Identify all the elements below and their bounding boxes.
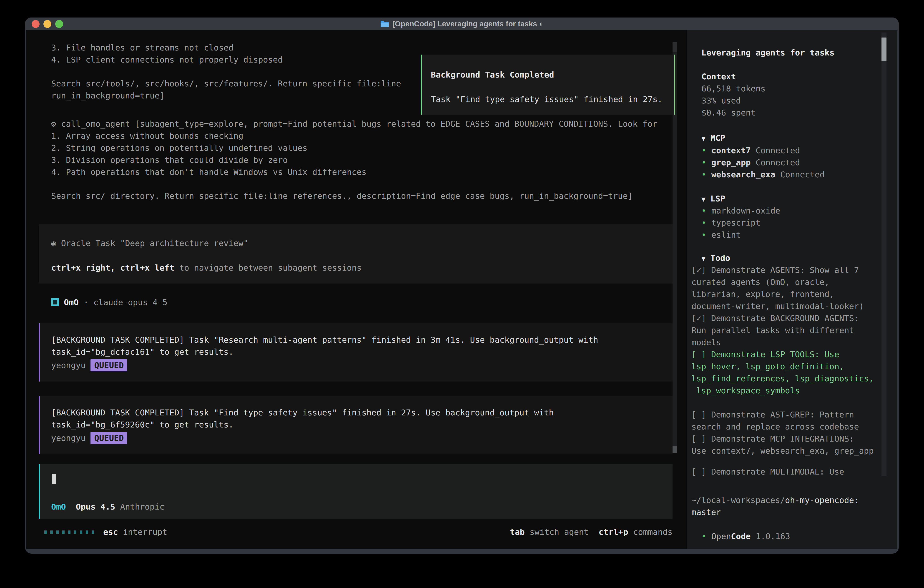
- oracle-task-panel: ◉ Oracle Task "Deep architecture review"…: [39, 224, 673, 284]
- todo-item: [✓] Demonstrate AGENTS: Show all 7 curat…: [691, 264, 864, 312]
- workspace-branch: master: [691, 506, 721, 518]
- main-scrollbar-top-segment[interactable]: [673, 42, 676, 52]
- todo-item: [ ] Demonstrate MCP INTEGRATIONS: Use co…: [691, 433, 874, 457]
- collapse-triangle-icon: ▼: [701, 195, 706, 203]
- status-dot-icon: •: [701, 218, 706, 227]
- collapse-triangle-icon: ▼: [701, 254, 706, 263]
- message-text: [BACKGROUND TASK COMPLETED] Task "Find t…: [51, 406, 554, 431]
- gear-icon: ⚙: [51, 119, 56, 129]
- status-dot-icon: •: [701, 146, 706, 155]
- status-dot-icon: •: [701, 158, 706, 167]
- workspace-path-prefix: ~/local-workspaces/: [691, 496, 785, 505]
- tool-call-text: call_omo_agent [subagent_type=explore, p…: [61, 119, 657, 129]
- lsp-heading: LSP: [711, 194, 725, 203]
- message-text: [BACKGROUND TASK COMPLETED] Task "Resear…: [51, 334, 598, 358]
- todo-heading: Todo: [711, 253, 730, 263]
- version-row: • OpenCode 1.0.163: [701, 530, 790, 542]
- shortcut-description: to navigate between subagent sessions: [174, 263, 362, 273]
- oracle-bullet-icon: ◉: [51, 238, 56, 248]
- tool-call-line: ⚙ call_omo_agent [subagent_type=explore,…: [51, 118, 657, 130]
- mcp-item: • websearch_exa Connected: [701, 168, 825, 180]
- todo-item: [ ] Demonstrate LSP TOOLS: Use lsp_hover…: [691, 349, 874, 396]
- notification-title: Background Task Completed: [431, 69, 554, 81]
- search-task-2: Search src/ directory. Return specific f…: [51, 190, 633, 202]
- commands-key-hint: ctrl+p: [599, 527, 628, 537]
- notification-body: Task "Find type safety issues" finished …: [431, 93, 663, 105]
- mcp-heading: MCP: [711, 133, 725, 142]
- context-heading: Context: [701, 71, 736, 83]
- scrollback-lines: 3. File handles or streams not closed 4.…: [51, 41, 283, 66]
- oracle-shortcut-hint: ctrl+x right, ctrl+x left to navigate be…: [51, 262, 361, 274]
- message-author: yeongyu: [51, 433, 86, 443]
- background-task-message: [BACKGROUND TASK COMPLETED] Task "Resear…: [39, 323, 673, 382]
- brand-open: Open: [711, 532, 731, 541]
- folder-icon: [380, 20, 389, 28]
- oracle-task-title-row: ◉ Oracle Task "Deep architecture review": [51, 237, 248, 249]
- agent-separator: [79, 297, 84, 307]
- workspace-path: ~/local-workspaces/oh-my-opencode:: [691, 494, 859, 506]
- message-meta: yeongyu QUEUED: [51, 359, 127, 371]
- status-dot-icon: •: [701, 170, 706, 179]
- agent-header: OmO · claude-opus-4-5: [51, 296, 167, 308]
- agent-dot: ·: [84, 297, 89, 307]
- input-provider: Anthropic: [120, 502, 164, 511]
- status-dot-icon: •: [701, 206, 706, 215]
- screen: [OpenCode] Leveraging agents for tasks ◐…: [0, 0, 924, 588]
- todo-item: [ ] Demonstrate MULTIMODAL: Use: [691, 466, 844, 478]
- context-spent: $0.46 spent: [701, 107, 756, 119]
- status-badge: QUEUED: [91, 359, 127, 371]
- status-badge: QUEUED: [91, 432, 127, 444]
- message-meta: yeongyu QUEUED: [51, 432, 127, 444]
- search-task-1: Search src/tools/, src/hooks/, src/featu…: [51, 78, 401, 102]
- input-model: Opus 4.5: [76, 502, 115, 511]
- agent-icon: [51, 298, 59, 306]
- prompt-input[interactable]: OmO Opus 4.5 Anthropic: [39, 464, 673, 519]
- lsp-section-header[interactable]: ▼ LSP: [701, 193, 725, 205]
- lsp-item: • typescript: [701, 217, 761, 229]
- mcp-section-header[interactable]: ▼ MCP: [701, 132, 725, 144]
- agent-name: OmO: [64, 297, 79, 307]
- version-number: 1.0.163: [756, 532, 790, 541]
- tab-key-hint: tab: [510, 527, 525, 537]
- statusbar-right: tab switch agent ctrl+p commands: [26, 526, 673, 538]
- sidebar-scrollbar-thumb[interactable]: [881, 38, 886, 61]
- input-status-row: OmO Opus 4.5 Anthropic: [51, 501, 165, 513]
- context-tokens: 66,518 tokens: [701, 83, 766, 94]
- commands-key-label: commands: [633, 527, 673, 537]
- message-author: yeongyu: [51, 361, 86, 370]
- input-agent-name: OmO: [51, 502, 66, 511]
- todo-section-header[interactable]: ▼ Todo: [701, 252, 730, 264]
- mcp-item: • grep_app Connected: [701, 157, 800, 168]
- todo-item: [✓] Demonstrate BACKGROUND AGENTS: Run p…: [691, 312, 859, 349]
- sidebar-scrollbar[interactable]: [881, 33, 886, 476]
- notification-toast: Background Task Completed Task "Find typ…: [421, 55, 675, 115]
- agent-model: claude-opus-4-5: [94, 297, 167, 307]
- app-window: [OpenCode] Leveraging agents for tasks ◐…: [25, 18, 899, 554]
- lsp-item: • markdown-oxide: [701, 205, 780, 217]
- window-title: [OpenCode] Leveraging agents for tasks ◐: [25, 18, 899, 30]
- titlebar: [OpenCode] Leveraging agents for tasks ◐: [25, 18, 899, 30]
- todo-item: [ ] Demonstrate AST-GREP: Pattern search…: [691, 409, 859, 433]
- terminal-content: 3. File handles or streams not closed 4.…: [26, 30, 898, 549]
- window-title-text: [OpenCode] Leveraging agents for tasks ◐: [393, 20, 544, 28]
- status-dot-icon: •: [701, 532, 706, 541]
- tool-call-items: 1. Array access without bounds checking …: [51, 130, 366, 178]
- tab-key-label: switch agent: [530, 527, 589, 537]
- status-dot-icon: •: [701, 230, 706, 239]
- main-scrollbar-thumb[interactable]: [673, 446, 676, 453]
- session-title: Leveraging agents for tasks: [701, 46, 835, 59]
- brand-code: Code: [731, 532, 751, 541]
- oracle-task-title: Oracle Task "Deep architecture review": [61, 238, 248, 248]
- mcp-item: • context7 Connected: [701, 144, 800, 157]
- background-task-message: [BACKGROUND TASK COMPLETED] Task "Find t…: [39, 396, 673, 454]
- session-sidebar: Leveraging agents for tasks Context 66,5…: [687, 30, 898, 549]
- workspace-repo: oh-my-opencode:: [785, 496, 859, 505]
- lsp-item: • eslint: [701, 229, 741, 241]
- collapse-triangle-icon: ▼: [701, 134, 706, 142]
- shortcut-keys: ctrl+x right, ctrl+x left: [51, 263, 174, 273]
- context-used: 33% used: [701, 94, 741, 107]
- text-cursor: [52, 474, 56, 484]
